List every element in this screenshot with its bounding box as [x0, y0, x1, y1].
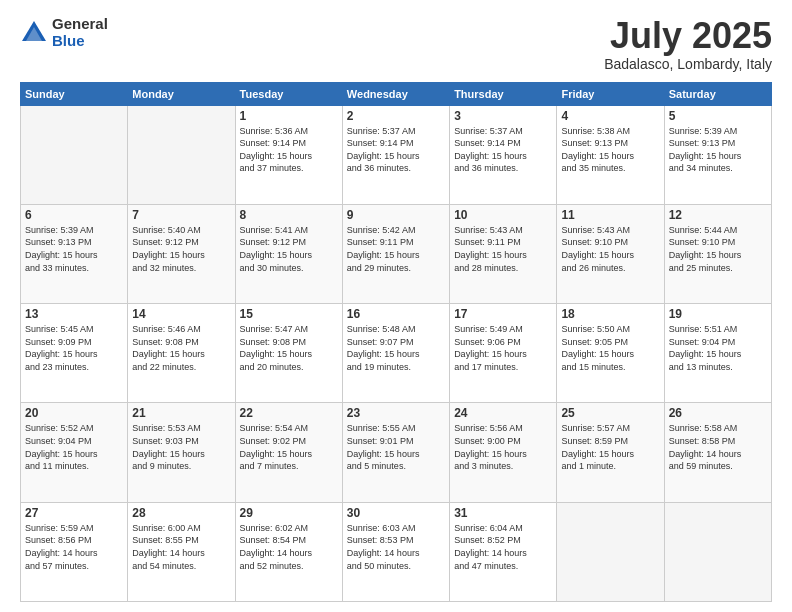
calendar-cell — [557, 502, 664, 601]
day-info: Sunrise: 5:54 AM Sunset: 9:02 PM Dayligh… — [240, 422, 338, 472]
day-info: Sunrise: 5:36 AM Sunset: 9:14 PM Dayligh… — [240, 125, 338, 175]
col-saturday: Saturday — [664, 82, 771, 105]
day-number: 28 — [132, 506, 230, 520]
day-info: Sunrise: 5:55 AM Sunset: 9:01 PM Dayligh… — [347, 422, 445, 472]
day-info: Sunrise: 5:39 AM Sunset: 9:13 PM Dayligh… — [25, 224, 123, 274]
day-number: 8 — [240, 208, 338, 222]
day-number: 29 — [240, 506, 338, 520]
day-info: Sunrise: 5:53 AM Sunset: 9:03 PM Dayligh… — [132, 422, 230, 472]
calendar-cell: 6Sunrise: 5:39 AM Sunset: 9:13 PM Daylig… — [21, 204, 128, 303]
day-number: 22 — [240, 406, 338, 420]
day-info: Sunrise: 5:50 AM Sunset: 9:05 PM Dayligh… — [561, 323, 659, 373]
day-number: 6 — [25, 208, 123, 222]
calendar-cell: 17Sunrise: 5:49 AM Sunset: 9:06 PM Dayli… — [450, 304, 557, 403]
calendar-cell: 23Sunrise: 5:55 AM Sunset: 9:01 PM Dayli… — [342, 403, 449, 502]
day-number: 24 — [454, 406, 552, 420]
day-info: Sunrise: 5:49 AM Sunset: 9:06 PM Dayligh… — [454, 323, 552, 373]
day-number: 23 — [347, 406, 445, 420]
calendar-cell: 2Sunrise: 5:37 AM Sunset: 9:14 PM Daylig… — [342, 105, 449, 204]
calendar-header-row: Sunday Monday Tuesday Wednesday Thursday… — [21, 82, 772, 105]
col-friday: Friday — [557, 82, 664, 105]
day-info: Sunrise: 5:57 AM Sunset: 8:59 PM Dayligh… — [561, 422, 659, 472]
logo-text: General Blue — [52, 16, 108, 49]
calendar-cell: 1Sunrise: 5:36 AM Sunset: 9:14 PM Daylig… — [235, 105, 342, 204]
day-info: Sunrise: 5:38 AM Sunset: 9:13 PM Dayligh… — [561, 125, 659, 175]
calendar-cell: 28Sunrise: 6:00 AM Sunset: 8:55 PM Dayli… — [128, 502, 235, 601]
day-number: 2 — [347, 109, 445, 123]
calendar: Sunday Monday Tuesday Wednesday Thursday… — [20, 82, 772, 602]
calendar-week-3: 13Sunrise: 5:45 AM Sunset: 9:09 PM Dayli… — [21, 304, 772, 403]
logo: General Blue — [20, 16, 108, 49]
day-number: 27 — [25, 506, 123, 520]
calendar-cell: 20Sunrise: 5:52 AM Sunset: 9:04 PM Dayli… — [21, 403, 128, 502]
day-info: Sunrise: 5:39 AM Sunset: 9:13 PM Dayligh… — [669, 125, 767, 175]
day-number: 1 — [240, 109, 338, 123]
day-number: 3 — [454, 109, 552, 123]
calendar-cell: 13Sunrise: 5:45 AM Sunset: 9:09 PM Dayli… — [21, 304, 128, 403]
calendar-cell: 10Sunrise: 5:43 AM Sunset: 9:11 PM Dayli… — [450, 204, 557, 303]
day-number: 15 — [240, 307, 338, 321]
day-info: Sunrise: 5:41 AM Sunset: 9:12 PM Dayligh… — [240, 224, 338, 274]
day-number: 13 — [25, 307, 123, 321]
day-number: 25 — [561, 406, 659, 420]
day-info: Sunrise: 5:37 AM Sunset: 9:14 PM Dayligh… — [347, 125, 445, 175]
day-info: Sunrise: 5:44 AM Sunset: 9:10 PM Dayligh… — [669, 224, 767, 274]
month-title: July 2025 — [604, 16, 772, 56]
calendar-cell: 14Sunrise: 5:46 AM Sunset: 9:08 PM Dayli… — [128, 304, 235, 403]
day-number: 14 — [132, 307, 230, 321]
day-info: Sunrise: 5:47 AM Sunset: 9:08 PM Dayligh… — [240, 323, 338, 373]
day-number: 16 — [347, 307, 445, 321]
day-number: 12 — [669, 208, 767, 222]
calendar-cell: 29Sunrise: 6:02 AM Sunset: 8:54 PM Dayli… — [235, 502, 342, 601]
day-number: 7 — [132, 208, 230, 222]
day-info: Sunrise: 5:46 AM Sunset: 9:08 PM Dayligh… — [132, 323, 230, 373]
day-info: Sunrise: 5:45 AM Sunset: 9:09 PM Dayligh… — [25, 323, 123, 373]
day-number: 4 — [561, 109, 659, 123]
calendar-cell: 27Sunrise: 5:59 AM Sunset: 8:56 PM Dayli… — [21, 502, 128, 601]
day-info: Sunrise: 5:43 AM Sunset: 9:11 PM Dayligh… — [454, 224, 552, 274]
calendar-week-5: 27Sunrise: 5:59 AM Sunset: 8:56 PM Dayli… — [21, 502, 772, 601]
day-number: 17 — [454, 307, 552, 321]
day-number: 31 — [454, 506, 552, 520]
calendar-week-2: 6Sunrise: 5:39 AM Sunset: 9:13 PM Daylig… — [21, 204, 772, 303]
calendar-cell — [21, 105, 128, 204]
day-number: 11 — [561, 208, 659, 222]
logo-general-text: General — [52, 16, 108, 33]
day-info: Sunrise: 5:59 AM Sunset: 8:56 PM Dayligh… — [25, 522, 123, 572]
logo-icon — [20, 19, 48, 47]
calendar-cell: 18Sunrise: 5:50 AM Sunset: 9:05 PM Dayli… — [557, 304, 664, 403]
calendar-week-1: 1Sunrise: 5:36 AM Sunset: 9:14 PM Daylig… — [21, 105, 772, 204]
calendar-cell: 7Sunrise: 5:40 AM Sunset: 9:12 PM Daylig… — [128, 204, 235, 303]
calendar-cell: 16Sunrise: 5:48 AM Sunset: 9:07 PM Dayli… — [342, 304, 449, 403]
day-info: Sunrise: 6:02 AM Sunset: 8:54 PM Dayligh… — [240, 522, 338, 572]
day-number: 5 — [669, 109, 767, 123]
calendar-cell: 9Sunrise: 5:42 AM Sunset: 9:11 PM Daylig… — [342, 204, 449, 303]
day-number: 10 — [454, 208, 552, 222]
col-tuesday: Tuesday — [235, 82, 342, 105]
day-number: 9 — [347, 208, 445, 222]
calendar-cell: 26Sunrise: 5:58 AM Sunset: 8:58 PM Dayli… — [664, 403, 771, 502]
day-info: Sunrise: 5:43 AM Sunset: 9:10 PM Dayligh… — [561, 224, 659, 274]
day-number: 30 — [347, 506, 445, 520]
day-info: Sunrise: 5:40 AM Sunset: 9:12 PM Dayligh… — [132, 224, 230, 274]
calendar-cell: 11Sunrise: 5:43 AM Sunset: 9:10 PM Dayli… — [557, 204, 664, 303]
calendar-cell: 22Sunrise: 5:54 AM Sunset: 9:02 PM Dayli… — [235, 403, 342, 502]
page: General Blue July 2025 Badalasco, Lombar… — [0, 0, 792, 612]
calendar-cell: 15Sunrise: 5:47 AM Sunset: 9:08 PM Dayli… — [235, 304, 342, 403]
calendar-cell: 31Sunrise: 6:04 AM Sunset: 8:52 PM Dayli… — [450, 502, 557, 601]
day-number: 19 — [669, 307, 767, 321]
calendar-cell: 21Sunrise: 5:53 AM Sunset: 9:03 PM Dayli… — [128, 403, 235, 502]
calendar-cell: 3Sunrise: 5:37 AM Sunset: 9:14 PM Daylig… — [450, 105, 557, 204]
day-number: 20 — [25, 406, 123, 420]
day-info: Sunrise: 5:37 AM Sunset: 9:14 PM Dayligh… — [454, 125, 552, 175]
title-block: July 2025 Badalasco, Lombardy, Italy — [604, 16, 772, 72]
calendar-cell: 25Sunrise: 5:57 AM Sunset: 8:59 PM Dayli… — [557, 403, 664, 502]
calendar-cell — [128, 105, 235, 204]
calendar-cell: 30Sunrise: 6:03 AM Sunset: 8:53 PM Dayli… — [342, 502, 449, 601]
calendar-cell: 19Sunrise: 5:51 AM Sunset: 9:04 PM Dayli… — [664, 304, 771, 403]
col-sunday: Sunday — [21, 82, 128, 105]
day-info: Sunrise: 5:42 AM Sunset: 9:11 PM Dayligh… — [347, 224, 445, 274]
day-info: Sunrise: 6:04 AM Sunset: 8:52 PM Dayligh… — [454, 522, 552, 572]
calendar-cell: 5Sunrise: 5:39 AM Sunset: 9:13 PM Daylig… — [664, 105, 771, 204]
col-thursday: Thursday — [450, 82, 557, 105]
